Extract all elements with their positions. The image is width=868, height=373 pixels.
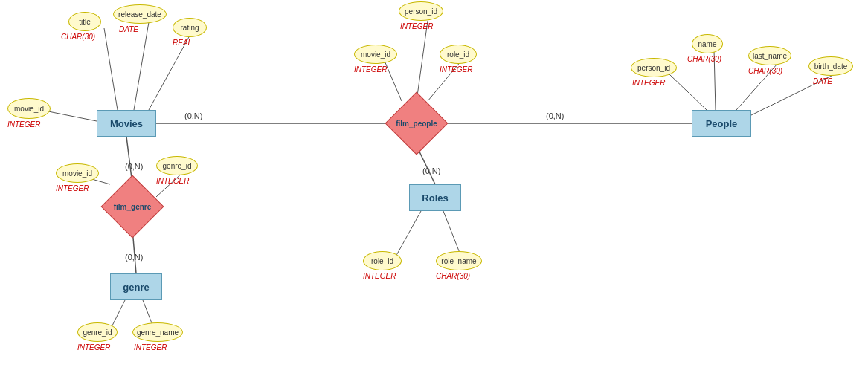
attr-type-genre-id-genre: INTEGER [77,343,110,351]
attr-type-rating: REAL [173,39,192,47]
attr-movie-id-fg: movie_id [56,163,99,183]
cardinality-movies-fg: (0,N) [125,162,143,171]
entity-genre: genre [110,273,162,300]
attr-role-id-roles: role_id [363,251,402,270]
attr-type-birth-date-people: DATE [813,77,832,85]
attr-title: title [68,12,101,31]
attr-type-role-name-roles: CHAR(30) [436,272,470,280]
attr-type-name-people: CHAR(30) [687,55,721,63]
cardinality-fg-genre: (0,N) [125,253,143,262]
attr-type-movie-id-fp: INTEGER [354,65,387,74]
attr-type-release-date: DATE [119,25,138,33]
svg-line-6 [104,28,118,110]
relation-film-genre: film_genre [110,184,155,229]
attr-type-title: CHAR(30) [61,33,95,41]
attr-movie-id-movies: movie_id [7,98,51,119]
relation-film-people: film_people [394,101,439,146]
attr-release-date: release_date [113,4,167,24]
attr-rating: rating [173,18,207,37]
attr-role-name-roles: role_name [436,251,482,270]
attr-last-name-people: last_name [748,46,791,65]
attr-movie-id-fp: movie_id [354,45,397,64]
attr-type-person-id-fp: INTEGER [400,22,433,30]
attr-genre-id-genre: genre_id [77,322,118,342]
cardinality-fp-roles: (0,N) [422,166,440,175]
attr-type-genre-name-genre: INTEGER [134,343,167,351]
svg-line-8 [149,36,190,110]
attr-person-id-people: person_id [631,58,677,77]
attr-birth-date-people: birth_date [808,56,853,76]
attr-name-people: name [692,34,723,53]
attr-genre-id-fg: genre_id [156,156,198,175]
cardinality-fp-people: (0,N) [546,111,564,120]
attr-role-id-fp: role_id [440,45,477,64]
attr-type-movie-id-fg: INTEGER [56,184,89,192]
cardinality-movies-fp: (0,N) [184,111,202,120]
er-diagram: Movies People Roles genre film_people fi… [0,0,868,373]
attr-genre-name-genre: genre_name [132,322,183,342]
attr-person-id-fp: person_id [399,1,443,21]
entity-roles: Roles [409,184,461,211]
relation-film-genre-label: film_genre [114,203,152,211]
svg-line-7 [134,22,149,110]
attr-type-role-id-fp: INTEGER [440,65,472,74]
entity-people: People [692,110,751,137]
attr-type-movie-id-movies: INTEGER [7,120,40,129]
attr-type-genre-id-fg: INTEGER [156,177,189,185]
relation-film-people-label: film_people [396,120,437,128]
svg-line-12 [669,74,707,110]
entity-movies: Movies [97,110,156,137]
attr-type-last-name-people: CHAR(30) [748,67,782,75]
attr-type-person-id-people: INTEGER [632,79,665,87]
svg-line-9 [417,21,428,101]
attr-type-role-id-roles: INTEGER [363,272,396,280]
